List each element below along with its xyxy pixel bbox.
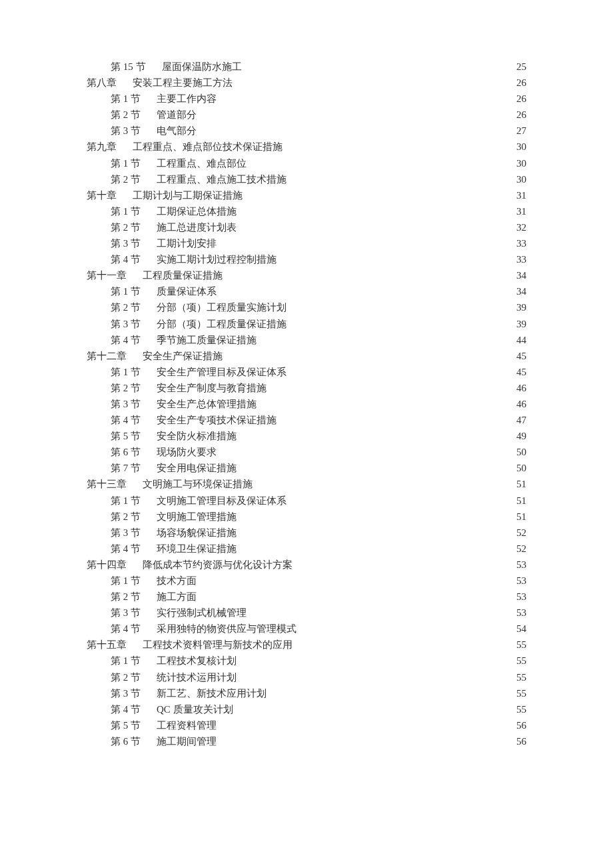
toc-entry[interactable]: 第十五章工程技术资料管理与新技术的应用55 (87, 637, 526, 653)
toc-entry[interactable]: 第 3 节场容场貌保证措施52 (87, 525, 526, 541)
toc-entry-page: 53 (515, 573, 526, 589)
toc-entry[interactable]: 第 3 节安全生产总体管理措施46 (87, 396, 526, 412)
toc-entry-label: 第 1 节 (111, 203, 141, 219)
toc-leader-dots (237, 205, 515, 215)
toc-entry[interactable]: 第九章工程重点、难点部位技术保证措施30 (87, 139, 526, 155)
toc-page: 第 15 节屋面保温防水施工25第八章安装工程主要施工方法26第 1 节主要工作… (0, 0, 613, 868)
toc-entry-page: 52 (515, 525, 526, 541)
toc-leader-dots (237, 461, 515, 471)
toc-entry-label: 第 1 节 (111, 653, 141, 669)
toc-entry[interactable]: 第 1 节工程重点、难点部位30 (87, 155, 526, 171)
toc-leader-dots (293, 638, 515, 648)
toc-leader-dots (237, 671, 515, 681)
toc-leader-dots (233, 703, 515, 713)
toc-entry-label: 第 4 节 (111, 621, 141, 637)
toc-entry[interactable]: 第 1 节主要工作内容26 (87, 91, 526, 107)
toc-entry[interactable]: 第 5 节安全防火标准措施49 (87, 428, 526, 444)
toc-entry-page: 33 (515, 251, 526, 267)
toc-entry[interactable]: 第 6 节施工期间管理56 (87, 733, 526, 749)
toc-entry[interactable]: 第 2 节工程重点、难点施工技术措施30 (87, 171, 526, 187)
toc-entry-label: 第 3 节 (111, 235, 141, 251)
toc-entry-title: 文明施工管理措施 (157, 509, 237, 525)
toc-entry-title: 安全生产专项技术保证措施 (157, 412, 277, 428)
toc-entry-label: 第 4 节 (111, 701, 141, 717)
toc-entry[interactable]: 第 3 节新工艺、新技术应用计划55 (87, 685, 526, 701)
toc-entry-page: 45 (515, 364, 526, 380)
toc-entry[interactable]: 第 2 节施工方面53 (87, 589, 526, 605)
toc-entry[interactable]: 第 2 节文明施工管理措施51 (87, 509, 526, 525)
toc-entry[interactable]: 第 1 节工程技术复核计划55 (87, 653, 526, 669)
toc-entry-label: 第 1 节 (111, 155, 141, 171)
toc-entry[interactable]: 第 1 节质量保证体系34 (87, 283, 526, 299)
toc-leader-dots (267, 381, 515, 391)
toc-entry[interactable]: 第 2 节统计技术运用计划55 (87, 669, 526, 685)
toc-entry-label: 第 2 节 (111, 219, 141, 235)
toc-entry-label: 第 2 节 (111, 509, 141, 525)
toc-entry[interactable]: 第十四章降低成本节约资源与优化设计方案53 (87, 557, 526, 573)
toc-entry-title: 现场防火要求 (157, 444, 217, 460)
toc-entry-label: 第 2 节 (111, 589, 141, 605)
toc-entry-title: 文明施工与环境保证措施 (143, 476, 253, 492)
toc-entry[interactable]: 第 4 节安全生产专项技术保证措施47 (87, 412, 526, 428)
toc-entry[interactable]: 第 1 节工期保证总体措施31 (87, 203, 526, 219)
toc-entry[interactable]: 第 3 节分部（项）工程质量保证措施39 (87, 316, 526, 332)
toc-entry-page: 54 (515, 621, 526, 637)
toc-entry[interactable]: 第 3 节实行强制式机械管理53 (87, 605, 526, 621)
toc-entry-page: 55 (515, 701, 526, 717)
toc-entry[interactable]: 第八章安装工程主要施工方法26 (87, 75, 526, 91)
toc-entry[interactable]: 第 1 节安全生产管理目标及保证体系45 (87, 364, 526, 380)
toc-entry-page: 32 (515, 219, 526, 235)
toc-entry[interactable]: 第 2 节分部（项）工程质量实施计划39 (87, 299, 526, 315)
toc-entry[interactable]: 第十章工期计划与工期保证措施31 (87, 187, 526, 203)
toc-leader-dots (237, 429, 515, 439)
toc-entry-title: 安全生产总体管理措施 (157, 396, 257, 412)
toc-entry[interactable]: 第十二章安全生产保证措施45 (87, 348, 526, 364)
toc-entry[interactable]: 第十一章工程质量保证措施34 (87, 267, 526, 283)
toc-entry[interactable]: 第 1 节技术方面53 (87, 573, 526, 589)
toc-entry-page: 25 (515, 59, 526, 75)
toc-entry[interactable]: 第 5 节工程资料管理56 (87, 717, 526, 733)
toc-leader-dots (217, 285, 515, 295)
toc-entry-title: 场容场貌保证措施 (157, 525, 237, 541)
toc-leader-dots (257, 333, 515, 343)
toc-leader-dots (287, 301, 515, 311)
toc-leader-dots (287, 365, 515, 375)
toc-entry-label: 第十四章 (87, 557, 127, 573)
toc-leader-dots (217, 92, 515, 102)
toc-entry-page: 34 (515, 267, 526, 283)
toc-entry[interactable]: 第十三章文明施工与环境保证措施51 (87, 476, 526, 492)
toc-entry[interactable]: 第 7 节安全用电保证措施50 (87, 460, 526, 476)
toc-leader-dots (267, 687, 515, 697)
toc-entry[interactable]: 第 2 节施工总进度计划表32 (87, 219, 526, 235)
toc-entry-title: 工程技术复核计划 (157, 653, 237, 669)
toc-entry-page: 51 (515, 509, 526, 525)
toc-entry-title: 质量保证体系 (157, 283, 217, 299)
toc-entry[interactable]: 第 4 节QC 质量攻关计划55 (87, 701, 526, 717)
toc-entry-page: 30 (515, 139, 526, 155)
toc-entry-page: 51 (515, 476, 526, 492)
toc-entry[interactable]: 第 4 节季节施工质量保证措施44 (87, 332, 526, 348)
toc-entry[interactable]: 第 1 节文明施工管理目标及保证体系51 (87, 493, 526, 509)
toc-entry[interactable]: 第 2 节管道部分26 (87, 107, 526, 123)
toc-entry-title: 屋面保温防水施工 (162, 59, 242, 75)
toc-entry-title: 主要工作内容 (157, 91, 217, 107)
toc-entry[interactable]: 第 6 节现场防火要求50 (87, 444, 526, 460)
toc-entry-title: 施工期间管理 (157, 733, 217, 749)
toc-leader-dots (217, 735, 515, 745)
toc-entry-title: 电气部分 (157, 123, 197, 139)
toc-entry[interactable]: 第 4 节采用独特的物资供应与管理模式54 (87, 621, 526, 637)
toc-entry-label: 第 5 节 (111, 428, 141, 444)
toc-entry-label: 第八章 (87, 75, 117, 91)
toc-leader-dots (217, 445, 515, 455)
toc-entry[interactable]: 第 2 节安全生产制度与教育措施46 (87, 380, 526, 396)
toc-entry[interactable]: 第 15 节屋面保温防水施工25 (87, 59, 526, 75)
toc-entry-title: 安全用电保证措施 (157, 460, 237, 476)
toc-entry-label: 第 3 节 (111, 316, 141, 332)
toc-entry[interactable]: 第 3 节电气部分27 (87, 123, 526, 139)
toc-entry[interactable]: 第 3 节工期计划安排33 (87, 235, 526, 251)
toc-entry[interactable]: 第 4 节环境卫生保证措施52 (87, 541, 526, 557)
toc-entry-label: 第 7 节 (111, 460, 141, 476)
toc-entry[interactable]: 第 4 节实施工期计划过程控制措施33 (87, 251, 526, 267)
toc-entry-page: 39 (515, 316, 526, 332)
toc-entry-label: 第十章 (87, 187, 117, 203)
